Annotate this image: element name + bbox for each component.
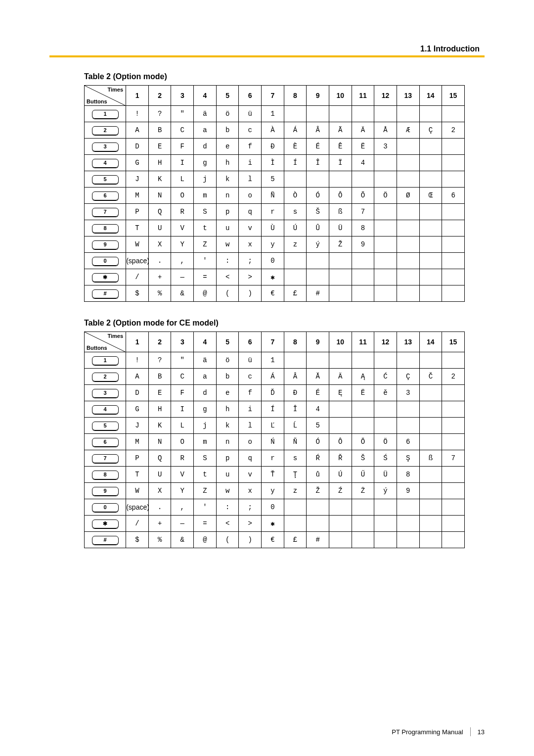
char-cell [352, 401, 374, 418]
char-cell [397, 204, 419, 220]
char-cell [307, 106, 329, 122]
char-cell: 1 [262, 352, 284, 369]
char-cell: È [284, 139, 307, 155]
button-cell: # [85, 285, 126, 302]
char-cell [329, 418, 352, 434]
char-cell: r [262, 450, 284, 467]
char-cell: 5 [262, 171, 284, 188]
char-cell: Ď [262, 385, 284, 401]
char-cell: ; [239, 499, 262, 516]
char-cell [442, 352, 465, 369]
char-cell [374, 269, 397, 285]
char-cell [419, 532, 442, 548]
char-cell: y [262, 236, 284, 253]
char-cell: s [284, 450, 307, 467]
keypad-button-icon: 3 [92, 142, 119, 151]
char-cell [442, 253, 465, 269]
keypad-button-icon: 2 [92, 373, 119, 381]
char-cell: / [126, 269, 149, 285]
char-cell: 3 [374, 139, 397, 155]
char-cell [307, 516, 329, 532]
char-cell: = [194, 516, 217, 532]
char-cell: t [194, 220, 217, 236]
char-cell: j [194, 418, 217, 434]
char-cell [329, 171, 352, 188]
char-cell: ) [239, 532, 262, 548]
char-cell: (space) [126, 253, 149, 269]
char-cell: : [216, 499, 239, 516]
button-cell: 0 [85, 499, 126, 516]
char-cell: Á [262, 369, 284, 385]
char-cell: Ť [262, 467, 284, 483]
char-cell: O [171, 188, 194, 204]
char-cell [442, 106, 465, 122]
char-cell [419, 401, 442, 418]
char-cell: 8 [397, 467, 419, 483]
button-cell: 9 [85, 483, 126, 499]
column-header: 5 [216, 332, 239, 352]
table-row: 8TUVtuvÙÚÛÜ8 [85, 220, 465, 236]
char-cell: Á [284, 122, 307, 139]
char-cell [329, 253, 352, 269]
keypad-button-icon: 8 [92, 224, 119, 233]
char-cell: Z [194, 236, 217, 253]
char-cell: ' [194, 253, 217, 269]
keypad-button-icon: ✱ [92, 520, 119, 528]
char-cell: Ć [374, 369, 397, 385]
button-cell: 8 [85, 467, 126, 483]
table-row: #$%&@()€£# [85, 285, 465, 302]
char-cell: Y [171, 483, 194, 499]
char-cell [397, 139, 419, 155]
button-cell: 7 [85, 450, 126, 467]
column-header: 10 [329, 86, 352, 106]
char-cell: G [126, 401, 149, 418]
char-cell: Ù [262, 220, 284, 236]
char-cell: ß [329, 204, 352, 220]
button-cell: 3 [85, 139, 126, 155]
manual-name: PT Programming Manual [392, 728, 463, 736]
char-cell: Î [284, 401, 307, 418]
char-cell: À [262, 122, 284, 139]
button-cell: 7 [85, 204, 126, 220]
char-cell [442, 236, 465, 253]
char-cell: ö [216, 352, 239, 369]
char-cell: Í [284, 155, 307, 171]
table-2-title: Table 2 (Option mode for CE model) [84, 319, 465, 328]
char-cell: Q [148, 450, 171, 467]
char-cell [419, 483, 442, 499]
char-cell: D [126, 139, 149, 155]
char-cell: 2 [442, 122, 465, 139]
char-cell: t [194, 467, 217, 483]
char-cell [419, 204, 442, 220]
char-cell: L [171, 171, 194, 188]
char-cell: ß [419, 450, 442, 467]
char-cell [419, 236, 442, 253]
char-cell: ü [239, 106, 262, 122]
char-cell: 6 [442, 188, 465, 204]
char-cell [307, 171, 329, 188]
column-header: 7 [262, 86, 284, 106]
char-cell: @ [194, 532, 217, 548]
char-cell: " [171, 352, 194, 369]
char-cell [329, 499, 352, 516]
char-cell: R [171, 450, 194, 467]
char-cell: z [284, 236, 307, 253]
column-header: 3 [171, 86, 194, 106]
keypad-button-icon: 0 [92, 503, 119, 512]
char-cell [397, 253, 419, 269]
char-cell [442, 204, 465, 220]
char-cell [352, 106, 374, 122]
char-cell: / [126, 516, 149, 532]
char-cell: p [216, 450, 239, 467]
column-header: 11 [352, 86, 374, 106]
button-cell: 5 [85, 171, 126, 188]
char-cell: w [216, 483, 239, 499]
char-cell [419, 106, 442, 122]
column-header: 12 [374, 86, 397, 106]
button-cell: 6 [85, 188, 126, 204]
char-cell [397, 352, 419, 369]
char-cell: Ì [262, 155, 284, 171]
char-cell [397, 532, 419, 548]
char-cell: Î [307, 155, 329, 171]
column-header: 6 [239, 86, 262, 106]
